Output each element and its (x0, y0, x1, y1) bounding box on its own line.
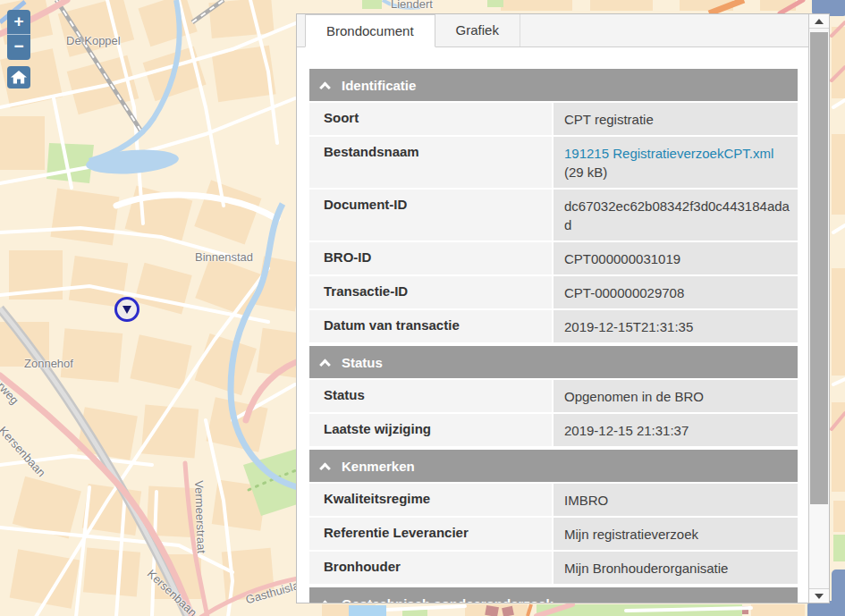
tab-bar: Brondocument Grafiek (297, 14, 808, 47)
home-icon (11, 71, 27, 84)
row-label: Laatste wijziging (309, 414, 552, 446)
chevron-up-icon (319, 359, 331, 371)
map-label-liendert: Liendert (391, 0, 433, 11)
detail-panel: Brondocument Grafiek Identificatie Soort… (296, 13, 830, 603)
section-header-identificatie[interactable]: Identificatie (309, 69, 798, 101)
row-label: Soort (309, 103, 552, 135)
map-label-binnenstad: Binnenstad (195, 250, 253, 264)
map-marker[interactable] (112, 294, 142, 325)
row-value: Mijn Bronhouderorganisatie (553, 552, 798, 584)
scrollbar-thumb[interactable] (810, 32, 828, 504)
row-label: Status (309, 380, 552, 412)
row-value: dc67032ec62b08342f3d0c443184adad (553, 190, 798, 240)
triangle-up-icon (815, 19, 824, 24)
row-value: Mijn registratieverzoek (553, 518, 798, 550)
table-row: Datum van transactie 2019-12-15T21:31:35 (309, 310, 798, 342)
section-header-status[interactable]: Status (309, 346, 798, 378)
triangle-down-icon (815, 594, 824, 599)
tab-grafiek[interactable]: Grafiek (435, 14, 520, 46)
row-value: CPT registratie (553, 103, 798, 135)
table-row: Bronhouder Mijn Bronhouderorganisatie (309, 552, 798, 584)
row-value: 2019-12-15 21:31:37 (553, 414, 798, 446)
map-label-de-koppel: De Koppel (66, 34, 121, 47)
table-row: Transactie-ID CPT-000000029708 (309, 276, 798, 308)
app-window: Liendert De Koppel Binnenstad Zonnehof k… (0, 0, 845, 616)
table-row: BRO-ID CPT000000031019 (309, 242, 798, 274)
section-title: Identificatie (342, 78, 416, 93)
row-label: Kwaliteitsregime (309, 484, 552, 516)
row-label: Datum van transactie (309, 310, 552, 342)
table-row: Kwaliteitsregime IMBRO (309, 484, 798, 516)
tab-label: Brondocument (326, 23, 414, 38)
row-value: 191215 RegistratieverzoekCPT.xml (29 kB) (553, 137, 798, 188)
section-title: Geotechnisch sondeeronderzoek (342, 596, 553, 603)
row-value: IMBRO (553, 484, 798, 516)
scrollbar[interactable] (808, 14, 829, 603)
table-row: Soort CPT registratie (309, 103, 798, 135)
row-value: CPT000000031019 (553, 242, 798, 274)
chevron-up-icon (319, 463, 331, 475)
map-label-vermeerstraat: Vermeerstraat (192, 480, 208, 553)
home-button[interactable] (7, 66, 30, 89)
file-size: (29 kB) (564, 165, 607, 180)
table-row: Bestandsnaam 191215 RegistratieverzoekCP… (309, 137, 798, 188)
row-value: 2019-12-15T21:31:35 (553, 310, 798, 342)
row-value: Opgenomen in de BRO (553, 380, 798, 412)
row-label: Bestandsnaam (309, 137, 552, 188)
table-row: Status Opgenomen in de BRO (309, 380, 798, 412)
section-header-kenmerken[interactable]: Kenmerken (309, 450, 798, 482)
table-row: Document-ID dc67032ec62b08342f3d0c443184… (309, 190, 798, 240)
row-value: CPT-000000029708 (553, 276, 798, 308)
table-row: Laatste wijziging 2019-12-15 21:31:37 (309, 414, 798, 446)
row-label: Bronhouder (309, 552, 552, 584)
zoom-in-button[interactable]: + (7, 10, 30, 35)
row-label: Document-ID (309, 190, 552, 240)
map-corner-button-side[interactable] (832, 570, 845, 611)
table-row: Referentie Leverancier Mijn registratiev… (309, 518, 798, 550)
row-label: Referentie Leverancier (309, 518, 552, 550)
map-zoom-controls: + − (7, 10, 30, 60)
row-label: BRO-ID (309, 242, 552, 274)
section-header-geotechnisch-sondeeronderzoek[interactable]: Geotechnisch sondeeronderzoek (309, 587, 798, 603)
row-label: Transactie-ID (309, 276, 552, 308)
panel-content: Identificatie Soort CPT registratie Best… (297, 47, 808, 603)
chevron-up-icon (319, 601, 331, 603)
section-title: Kenmerken (342, 459, 415, 474)
map-label-zonnehof: Zonnehof (24, 357, 73, 370)
tab-label: Grafiek (456, 22, 499, 38)
zoom-out-button[interactable]: − (7, 35, 30, 60)
scroll-down-button[interactable] (809, 588, 829, 603)
scroll-up-button[interactable] (809, 14, 829, 29)
file-link[interactable]: 191215 RegistratieverzoekCPT.xml (564, 146, 773, 161)
section-title: Status (342, 355, 383, 370)
tab-brondocument[interactable]: Brondocument (305, 14, 435, 47)
chevron-up-icon (319, 82, 331, 94)
